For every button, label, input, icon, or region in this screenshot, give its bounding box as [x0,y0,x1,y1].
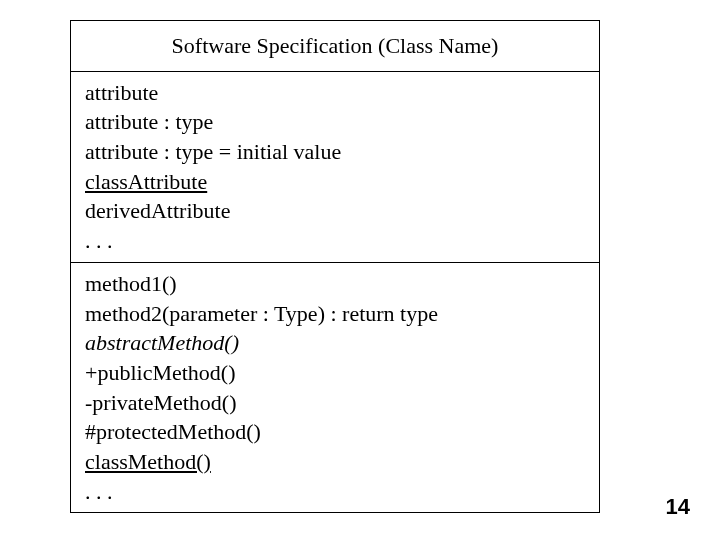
page-number: 14 [666,494,690,520]
method-line: method2(parameter : Type) : return type [85,299,585,329]
private-method-line: -privateMethod() [85,388,585,418]
attribute-line: attribute : type = initial value [85,137,585,167]
method-line: method1() [85,269,585,299]
public-method-line: +publicMethod() [85,358,585,388]
methods-compartment: method1() method2(parameter : Type) : re… [71,263,599,513]
class-method-line: classMethod() [85,447,585,477]
attribute-line: attribute : type [85,107,585,137]
derived-attribute-line: derivedAttribute [85,196,585,226]
class-name: Software Specification (Class Name) [172,33,499,58]
ellipsis: . . . [85,477,585,507]
class-name-compartment: Software Specification (Class Name) [71,21,599,72]
attribute-line: attribute [85,78,585,108]
class-attribute-line: classAttribute [85,167,585,197]
attributes-compartment: attribute attribute : type attribute : t… [71,72,599,263]
uml-class-box: Software Specification (Class Name) attr… [70,20,600,513]
protected-method-line: #protectedMethod() [85,417,585,447]
abstract-method-line: abstractMethod() [85,328,585,358]
ellipsis: . . . [85,226,585,256]
